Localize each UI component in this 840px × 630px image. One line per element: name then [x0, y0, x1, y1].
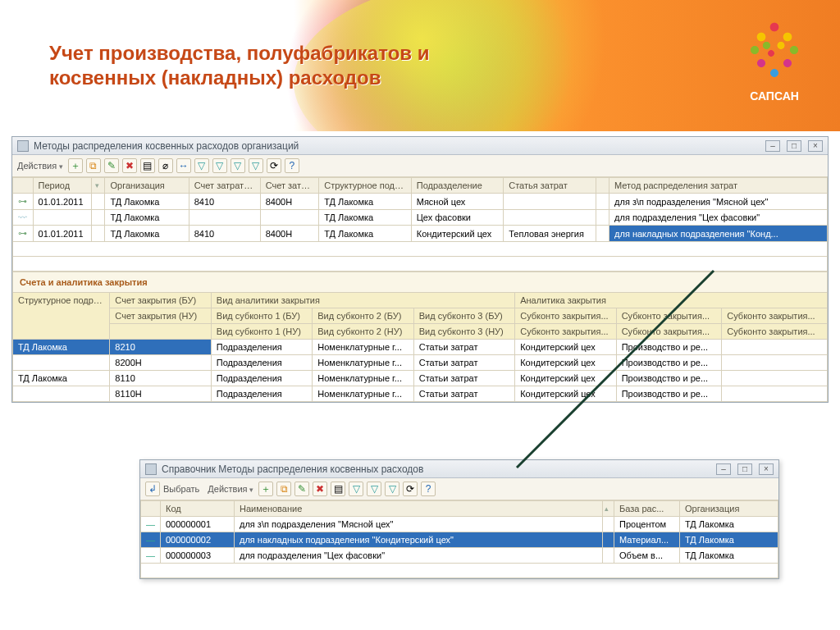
col-close-sub2n[interactable]: Субконто закрытия...	[616, 324, 722, 340]
window-close-button[interactable]: ×	[808, 140, 823, 152]
col-sub2-bu[interactable]: Вид субконто 2 (БУ)	[313, 308, 413, 324]
copy-icon[interactable]: ⧉	[86, 158, 101, 173]
filter-3-icon[interactable]: ▽	[231, 158, 245, 173]
logo-text: САПСАН	[742, 89, 807, 103]
list-icon[interactable]: ▤	[331, 482, 345, 496]
col-sub2-nu[interactable]: Вид субконто 2 (НУ)	[313, 324, 413, 340]
col-close-sub3[interactable]: Субконто закрытия...	[722, 308, 828, 324]
col-code[interactable]: Код	[161, 501, 235, 517]
table-row[interactable]: 01.01.2011ТД Лакомка84108400Н ТД Лакомка…	[13, 194, 828, 210]
window-title: Методы распределения косвенных расходов …	[34, 140, 299, 152]
col-acc-nu[interactable]: Счет затра...	[260, 178, 319, 194]
select-icon[interactable]: ↲	[145, 482, 160, 496]
col-org[interactable]: Организация	[680, 501, 778, 517]
sub-toolbar: ↲ Выбрать Действия ＋ ⧉ ✎ ✖ ▤ ▽ ▽ ▽ ⟳ ?	[140, 478, 778, 500]
row-marker-icon	[13, 210, 34, 226]
filter-off-icon[interactable]: ⌀	[158, 158, 173, 173]
select-button[interactable]: Выбрать	[163, 484, 199, 494]
col-acc-bu[interactable]: Счет затрат (БУ)	[189, 178, 260, 194]
col-sub3-bu[interactable]: Вид субконто 3 (БУ)	[413, 308, 514, 324]
table-row[interactable]: — 000000003для подразделения "Цех фасовк…	[141, 548, 778, 564]
sub-window-titlebar[interactable]: Справочник Методы распределения косвенны…	[140, 460, 778, 478]
filter-2-icon[interactable]: ▽	[212, 158, 227, 173]
analytics-table[interactable]: Структурное подразделение Счет закрытия …	[12, 292, 828, 402]
window-minimize-button[interactable]: –	[765, 140, 780, 152]
table-row[interactable]: ТД Лакомка8110ПодразделенияНоменклатурны…	[13, 371, 828, 386]
col-name[interactable]: Наименование	[235, 501, 603, 517]
table-row[interactable]: — 000000001для з\п подразделения "Мясной…	[141, 517, 778, 532]
window-icon	[145, 463, 157, 475]
col-close-sub1n[interactable]: Субконто закрытия...	[515, 324, 616, 340]
header-banner: Учет производства, полуфабрикатов и косв…	[0, 0, 840, 131]
row-marker-icon	[13, 226, 34, 242]
filter-1-icon[interactable]: ▽	[349, 482, 363, 496]
edit-icon[interactable]: ✎	[104, 158, 119, 173]
col-close-sub3n[interactable]: Субконто закрытия...	[722, 324, 828, 340]
table-row[interactable]: — 000000002для накладных подразделения "…	[141, 532, 778, 548]
col-sub1-bu[interactable]: Вид субконто 1 (БУ)	[211, 308, 312, 324]
window-maximize-button[interactable]: □	[737, 463, 752, 475]
brand-logo: САПСАН	[742, 21, 807, 103]
col-sub3-nu[interactable]: Вид субконто 3 (НУ)	[413, 324, 514, 340]
table-row[interactable]: ТД Лакомка8210ПодразделенияНоменклатурны…	[13, 340, 828, 355]
row-marker-icon: —	[141, 532, 161, 548]
table-row[interactable]: 8110НПодразделенияНоменклатурные г...Ста…	[13, 386, 828, 402]
actions-menu[interactable]: Действия	[17, 161, 63, 171]
main-toolbar: Действия ＋ ⧉ ✎ ✖ ▤ ⌀ ↔ ▽ ▽ ▽ ▽ ⟳ ?	[12, 155, 828, 177]
help-icon[interactable]: ?	[285, 158, 299, 173]
col-close-acc-bu[interactable]: Счет закрытия (БУ)	[110, 293, 211, 308]
delete-icon[interactable]: ✖	[122, 158, 137, 173]
window-close-button[interactable]: ×	[759, 463, 774, 475]
col-cost-item[interactable]: Статья затрат	[504, 178, 596, 194]
col-analytics-kind[interactable]: Вид аналитики закрытия	[211, 293, 514, 308]
col-period[interactable]: Период	[33, 178, 92, 194]
col-method[interactable]: Метод распределения затрат	[609, 178, 828, 194]
sub-actions-menu[interactable]: Действия	[208, 484, 253, 494]
table-row[interactable]: 8200НПодразделенияНоменклатурные г...Ста…	[13, 355, 828, 371]
filter-3-icon[interactable]: ▽	[385, 482, 399, 496]
copy-icon[interactable]: ⧉	[276, 482, 291, 496]
delete-icon[interactable]: ✖	[313, 482, 327, 496]
col-close-sub1[interactable]: Субконто закрытия...	[515, 308, 616, 324]
window-titlebar[interactable]: Методы распределения косвенных расходов …	[12, 137, 828, 155]
row-marker-icon: —	[141, 517, 161, 532]
window-icon	[17, 140, 29, 152]
list-icon[interactable]: ▤	[140, 158, 155, 173]
col-close-acc-nu[interactable]: Счет закрытия (НУ)	[110, 308, 211, 324]
filter-2-icon[interactable]: ▽	[367, 482, 381, 496]
sub-window-title: Справочник Методы распределения косвенны…	[162, 463, 423, 475]
col-base[interactable]: База рас...	[614, 501, 680, 517]
add-icon[interactable]: ＋	[258, 482, 273, 496]
filter-1-icon[interactable]: ▽	[194, 158, 209, 173]
analytics-section-title: Счета и аналитика закрытия	[12, 272, 828, 292]
methods-dictionary-table[interactable]: Код Наименование ▴ База рас... Организац…	[140, 500, 778, 578]
allocation-methods-window: Методы распределения косвенных расходов …	[11, 136, 829, 403]
table-row[interactable]: ТД Лакомка ТД ЛакомкаЦех фасовки для под…	[13, 210, 828, 226]
add-icon[interactable]: ＋	[68, 158, 83, 173]
col-sub1-nu[interactable]: Вид субконто 1 (НУ)	[211, 324, 312, 340]
methods-dictionary-window[interactable]: Справочник Методы распределения косвенны…	[139, 459, 779, 579]
window-maximize-button[interactable]: □	[787, 140, 801, 152]
edit-icon[interactable]: ✎	[294, 482, 309, 496]
help-icon[interactable]: ?	[421, 482, 436, 496]
col-org[interactable]: Организация	[105, 178, 189, 194]
col-dept[interactable]: Подразделение	[411, 178, 503, 194]
move-icon[interactable]: ↔	[176, 158, 191, 173]
col-struct-unit[interactable]: Структурное подразделение	[13, 293, 110, 340]
col-analytics[interactable]: Аналитика закрытия	[515, 293, 828, 308]
refresh-icon[interactable]: ⟳	[403, 482, 418, 496]
page-title: Учет производства, полуфабрикатов и косв…	[49, 41, 476, 90]
window-minimize-button[interactable]: –	[716, 463, 731, 475]
col-struct[interactable]: Структурное подра...	[319, 178, 411, 194]
row-marker-icon: —	[141, 548, 161, 564]
logo-icon	[742, 21, 807, 86]
table-row[interactable]: 01.01.2011ТД Лакомка84108400Н ТД Лакомка…	[13, 226, 828, 242]
filter-4-icon[interactable]: ▽	[249, 158, 263, 173]
allocation-methods-table[interactable]: Период ▾ Организация Счет затрат (БУ) Сч…	[12, 177, 828, 272]
row-marker-icon	[13, 194, 34, 210]
refresh-icon[interactable]: ⟳	[267, 158, 281, 173]
col-close-sub2[interactable]: Субконто закрытия...	[616, 308, 722, 324]
